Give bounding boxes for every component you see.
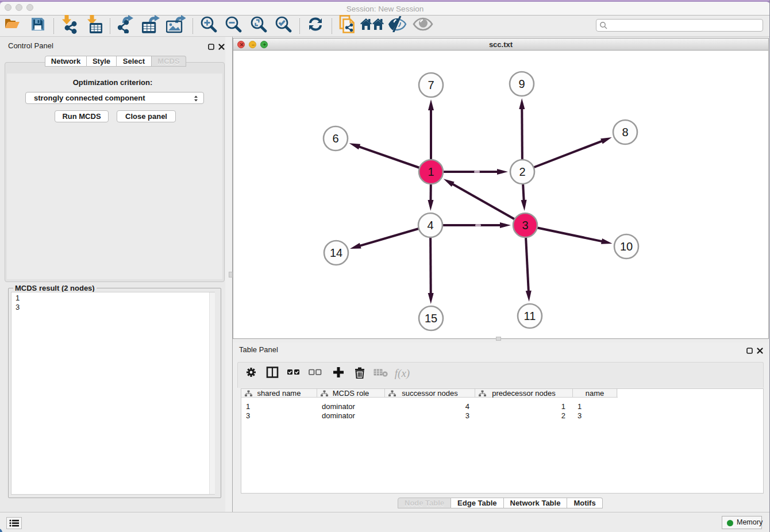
svg-text:15: 15	[425, 312, 437, 325]
svg-text:2: 2	[519, 165, 525, 178]
svg-text:4: 4	[427, 219, 433, 232]
svg-text:7: 7	[428, 79, 434, 91]
svg-text:3: 3	[522, 219, 528, 232]
svg-text:11: 11	[524, 310, 536, 322]
svg-text:14: 14	[330, 246, 342, 259]
svg-text:6: 6	[332, 132, 338, 145]
svg-text:10: 10	[620, 240, 633, 253]
svg-text:8: 8	[622, 126, 628, 138]
svg-text:1: 1	[428, 165, 434, 178]
svg-text:9: 9	[518, 78, 525, 90]
